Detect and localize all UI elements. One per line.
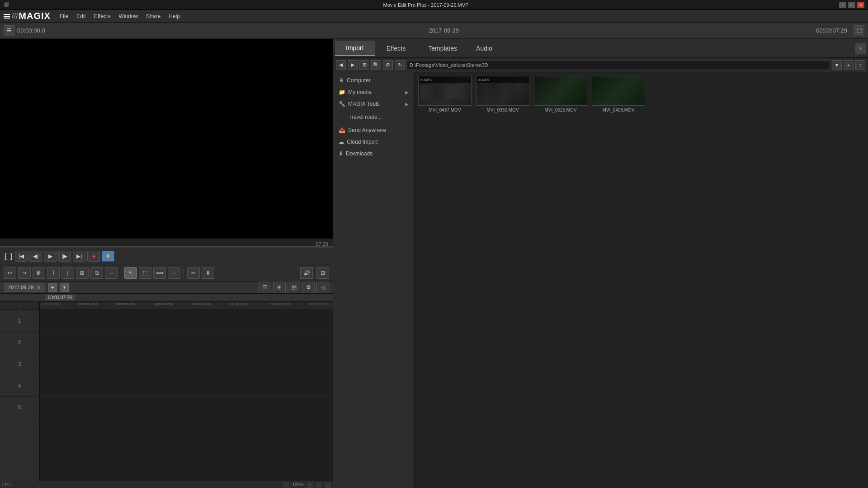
scrubber-bar[interactable]: 07:29: [0, 239, 333, 248]
tab-audio[interactable]: Audio: [469, 41, 500, 56]
video-preview: [0, 39, 333, 239]
zoom-level: 100%: [292, 482, 304, 487]
sidebar-item-travel-route[interactable]: Travel route...: [343, 112, 414, 122]
menu-edit[interactable]: Edit: [73, 12, 90, 20]
text-button[interactable]: T: [47, 267, 60, 279]
expand-view-button[interactable]: ⛶: [325, 482, 331, 488]
timeline-view-grid[interactable]: ⊞: [273, 282, 286, 293]
panel-tabs: Import Effects Templates Audio +: [333, 39, 868, 58]
nav-forward-button[interactable]: ▶: [348, 60, 358, 70]
menu-effects[interactable]: Effects: [90, 12, 114, 20]
sidebar-item-send-anywhere[interactable]: 📤 Send Anywhere: [333, 125, 414, 136]
tab-effects[interactable]: Effects: [376, 41, 417, 56]
sidebar-item-cloud-import[interactable]: ☁ Cloud Import: [333, 136, 414, 147]
timeline-view-single[interactable]: ☰: [259, 282, 271, 293]
redo-button[interactable]: ↪: [18, 267, 31, 279]
timeline-collapse[interactable]: ◁: [316, 282, 329, 293]
timeline-view-film[interactable]: ▤: [288, 282, 300, 293]
media-item-3[interactable]: MVI_0408.MOV: [592, 76, 645, 113]
timeline-tab-close[interactable]: ✕: [37, 285, 41, 290]
sidebar-downloads-label: Downloads: [346, 150, 373, 157]
path-bar[interactable]: D:\Footage\Video_deluxe\Stereo3D: [406, 60, 830, 70]
fit-zoom-button[interactable]: ↔: [316, 482, 322, 488]
transport-controls: [ ] |◀ ◀| ▶ |▶ ▶| ● ⚡: [0, 248, 333, 264]
import-options-button[interactable]: ⋮: [855, 60, 865, 70]
track-lane-4: [40, 375, 333, 397]
zoom-in-button[interactable]: +: [307, 482, 313, 488]
timeline-ruler[interactable]: 00:00:00:00 00:00:01:00 00:00:02:00 00:0…: [40, 302, 333, 310]
multitrack-button[interactable]: ⊟: [316, 267, 329, 279]
stretch-tool-button[interactable]: ↔: [168, 267, 180, 279]
nav-back-button[interactable]: ◀: [336, 60, 346, 70]
close-button[interactable]: ✕: [857, 2, 864, 8]
timeline-settings[interactable]: ⚙: [302, 282, 315, 293]
window-controls: − □ ✕: [839, 2, 864, 8]
prev-frame-button[interactable]: ◀|: [29, 251, 42, 262]
magix-tools-submenu: Travel route...: [333, 110, 414, 124]
normalize-button[interactable]: ↔: [105, 267, 118, 279]
play-button[interactable]: ▶: [44, 251, 57, 262]
search-button[interactable]: 🔍: [371, 60, 381, 70]
cursor-tool-button[interactable]: ↖: [124, 267, 137, 279]
split-at-cursor-button[interactable]: |: [61, 267, 74, 279]
track-lane-3: [40, 353, 333, 375]
sidebar-item-computer[interactable]: 🖥 Computer: [333, 75, 414, 86]
ruler-mark-1: 00:00:01:00: [78, 302, 97, 306]
timeline-tab[interactable]: 2017-09-29 ✕: [4, 283, 45, 292]
minimize-button[interactable]: −: [839, 2, 846, 8]
duplicate-button[interactable]: ⧉: [90, 267, 103, 279]
track-labels-column: ↕ 1 2 3 4 5: [0, 302, 40, 481]
in-point-button[interactable]: [: [4, 253, 8, 260]
tracks-canvas: 00:00:00:00 00:00:01:00 00:00:02:00 00:0…: [40, 302, 333, 481]
status-bar: CPU: − 100% + ↔ ⛶: [0, 481, 333, 488]
view-toggle-button[interactable]: ⊞: [359, 60, 369, 70]
media-item-1[interactable]: XULFS MVI_0350.MOV: [476, 76, 529, 113]
go-to-start-button[interactable]: |◀: [15, 251, 28, 262]
timeline-tab-label: 2017-09-29: [8, 285, 33, 290]
logo-slashes: ///: [12, 12, 18, 20]
maximize-button[interactable]: □: [848, 2, 855, 8]
selection-tool-button[interactable]: ⬚: [139, 267, 151, 279]
scissors-button[interactable]: ✂: [187, 267, 200, 279]
next-frame-button[interactable]: |▶: [58, 251, 71, 262]
add-timeline-button[interactable]: +: [48, 283, 57, 292]
panel-expand-button[interactable]: +: [855, 43, 866, 54]
go-to-end-button[interactable]: ▶|: [73, 251, 85, 262]
logo-lines-icon: [4, 14, 10, 19]
left-panel: 07:29 [ ] |◀ ◀| ▶ |▶ ▶| ● ⚡ ↩ ↪ 🗑 T | ⊞ …: [0, 39, 333, 488]
speed-button[interactable]: ⚡: [102, 251, 114, 262]
track-label-4: 4: [0, 375, 39, 397]
import-add-button[interactable]: +: [844, 60, 854, 70]
zoom-out-button[interactable]: −: [283, 482, 289, 488]
cpu-label: CPU:: [2, 482, 13, 487]
record-button[interactable]: ●: [87, 251, 100, 262]
sidebar-send-anywhere-label: Send Anywhere: [348, 127, 386, 133]
hamburger-menu-button[interactable]: ☰: [4, 25, 14, 36]
menu-help[interactable]: Help: [165, 12, 184, 20]
tab-import[interactable]: Import: [335, 41, 375, 56]
menu-share[interactable]: Share: [142, 12, 164, 20]
menu-window[interactable]: Window: [115, 12, 142, 20]
tab-templates[interactable]: Templates: [417, 41, 468, 56]
trim-tool-button[interactable]: ⟺: [153, 267, 166, 279]
media-item-2[interactable]: MVI_0525.MOV: [534, 76, 587, 113]
grouping-button[interactable]: ⊞: [76, 267, 89, 279]
media-label-1: MVI_0350.MOV: [486, 108, 519, 113]
sidebar-item-magix-tools[interactable]: 🔧 MAGIX Tools ▶: [333, 99, 414, 109]
settings-button[interactable]: ⚙: [383, 60, 393, 70]
ruler-mark-5: 00:00:05:00: [230, 302, 249, 306]
sidebar-item-downloads[interactable]: ⬇ Downloads: [333, 148, 414, 159]
out-point-button[interactable]: ]: [9, 253, 14, 260]
menu-file[interactable]: File: [56, 12, 72, 20]
fullscreen-button[interactable]: ⛶: [854, 25, 864, 36]
delete-button[interactable]: 🗑: [33, 267, 45, 279]
timeline-dropdown-button[interactable]: ▼: [60, 283, 69, 292]
insert-button[interactable]: ⬇: [202, 267, 214, 279]
tool-separator-2: [184, 268, 184, 277]
refresh-button[interactable]: ↻: [395, 60, 405, 70]
undo-button[interactable]: ↩: [4, 267, 16, 279]
volume-button[interactable]: 🔊: [300, 267, 313, 279]
media-item-0[interactable]: XULFS MVI_0467.MOV: [418, 76, 472, 113]
sidebar-item-my-media[interactable]: 📁 My media ▶: [333, 87, 414, 98]
path-dropdown-button[interactable]: ▼: [832, 60, 842, 70]
